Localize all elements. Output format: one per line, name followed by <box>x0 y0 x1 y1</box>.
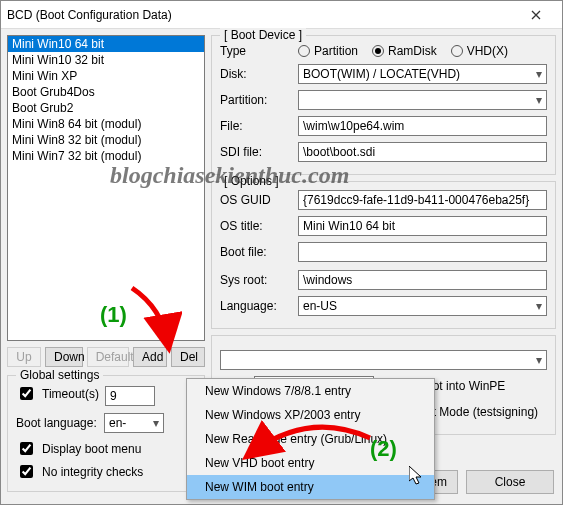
language-dropdown[interactable]: en-US▾ <box>298 296 547 316</box>
partition-dropdown[interactable]: ▾ <box>298 90 547 110</box>
del-button[interactable]: Del <box>171 347 205 367</box>
list-item[interactable]: Mini Win8 32 bit (modul) <box>8 132 204 148</box>
ctx-new-windows-7-8-81[interactable]: New Windows 7/8/8.1 entry <box>187 379 434 403</box>
disk-dropdown[interactable]: BOOT(WIM) / LOCATE(VHD)▾ <box>298 64 547 84</box>
down-button[interactable]: Down <box>45 347 83 367</box>
boot-entries-list[interactable]: Mini Win10 64 bit Mini Win10 32 bit Mini… <box>7 35 205 341</box>
boot-language-dropdown[interactable]: en-▾ <box>104 413 164 433</box>
list-item[interactable]: Mini Win10 64 bit <box>8 36 204 52</box>
global-settings-title: Global settings <box>16 368 103 382</box>
boot-language-label: Boot language: <box>16 416 98 430</box>
partition-label: Partition: <box>220 93 292 107</box>
ostitle-label: OS title: <box>220 219 292 233</box>
guid-input[interactable] <box>298 190 547 210</box>
disk-label: Disk: <box>220 67 292 81</box>
type-vhdx-radio[interactable]: VHD(X) <box>451 44 508 58</box>
list-item[interactable]: Boot Grub4Dos <box>8 84 204 100</box>
ctx-new-realmode[interactable]: New RealMode entry (Grub/Linux) <box>187 427 434 451</box>
ostitle-input[interactable] <box>298 216 547 236</box>
ctx-new-wim[interactable]: New WIM boot entry <box>187 475 434 499</box>
sdi-label: SDI file: <box>220 145 292 159</box>
bootfile-label: Boot file: <box>220 245 292 259</box>
options2-dropdown[interactable]: ▾ <box>220 350 547 370</box>
ctx-new-windows-xp-2003[interactable]: New Windows XP/2003 entry <box>187 403 434 427</box>
language-label: Language: <box>220 299 292 313</box>
add-context-menu[interactable]: New Windows 7/8/8.1 entry New Windows XP… <box>186 378 435 500</box>
default-button[interactable]: Default <box>87 347 129 367</box>
sysroot-input[interactable] <box>298 270 547 290</box>
list-item[interactable]: Mini Win7 32 bit (modul) <box>8 148 204 164</box>
sysroot-label: Sys root: <box>220 273 292 287</box>
file-input[interactable] <box>298 116 547 136</box>
titlebar: BCD (Boot Configuration Data) <box>1 1 562 29</box>
list-item[interactable]: Mini Win8 64 bit (modul) <box>8 116 204 132</box>
close-window-button[interactable] <box>516 2 556 28</box>
add-button[interactable]: Add <box>133 347 167 367</box>
list-item[interactable]: Boot Grub2 <box>8 100 204 116</box>
sdi-input[interactable] <box>298 142 547 162</box>
list-item[interactable]: Mini Win XP <box>8 68 204 84</box>
timeout-input[interactable] <box>105 386 155 406</box>
type-ramdisk-radio[interactable]: RamDisk <box>372 44 437 58</box>
options-title: [ Options ] <box>220 174 283 188</box>
close-button[interactable]: Close <box>466 470 554 494</box>
window-title: BCD (Boot Configuration Data) <box>7 8 516 22</box>
no-integrity-checkbox[interactable] <box>20 465 33 478</box>
display-boot-menu-label: Display boot menu <box>42 442 141 456</box>
ctx-new-vhd[interactable]: New VHD boot entry <box>187 451 434 475</box>
up-button[interactable]: Up <box>7 347 41 367</box>
file-label: File: <box>220 119 292 133</box>
guid-label: OS GUID <box>220 193 292 207</box>
type-label: Type <box>220 44 292 58</box>
display-boot-menu-checkbox[interactable] <box>20 442 33 455</box>
timeout-label: Timeout(s) <box>42 387 99 401</box>
type-partition-radio[interactable]: Partition <box>298 44 358 58</box>
timeout-checkbox[interactable] <box>20 387 33 400</box>
no-integrity-label: No integrity checks <box>42 465 143 479</box>
bootfile-input[interactable] <box>298 242 547 262</box>
list-item[interactable]: Mini Win10 32 bit <box>8 52 204 68</box>
boot-device-title: [ Boot Device ] <box>220 28 306 42</box>
